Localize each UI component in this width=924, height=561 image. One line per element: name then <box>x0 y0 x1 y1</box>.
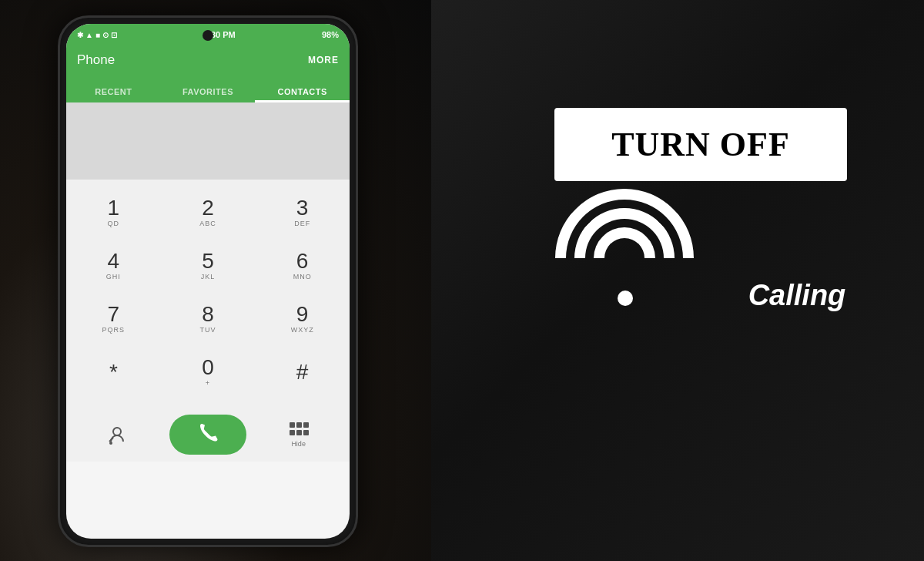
dial-num-7: 7 <box>108 304 120 325</box>
dial-sub-1: QD <box>108 220 120 227</box>
dial-sub-3: DEF <box>294 220 310 227</box>
phone-bottom-bar: Hide <box>66 408 350 462</box>
svg-rect-5 <box>303 422 309 428</box>
wifi-dot <box>618 291 633 306</box>
dial-key-6[interactable]: 6 MNO <box>266 240 339 291</box>
dial-key-4[interactable]: 4 GHI <box>77 240 150 291</box>
dialpad-row-1: 1 QD 2 ABC 3 DEF <box>66 187 350 237</box>
calling-label: Calling <box>748 279 846 312</box>
wifi-calling-container: Calling <box>556 204 846 312</box>
dialpad-row-3: 7 PQRS 8 TUV 9 WXYZ <box>66 294 350 344</box>
phone-notch <box>203 30 213 41</box>
dial-key-hash[interactable]: # <box>266 347 339 397</box>
dial-num-8: 8 <box>202 304 214 325</box>
svg-rect-3 <box>290 422 295 428</box>
more-button[interactable]: MORE <box>308 55 339 66</box>
phone-device: ✱ ▲ ■ ⊙ ⊡ 1:30 PM 98% Phone MORE RECENT … <box>58 15 358 547</box>
dial-sub-7: PQRS <box>102 326 126 334</box>
hide-label: Hide <box>291 440 306 448</box>
dial-key-5[interactable]: 5 JKL <box>171 240 244 291</box>
tab-recent[interactable]: RECENT <box>66 87 161 102</box>
mute-button[interactable] <box>98 415 136 454</box>
dial-sub-4: GHI <box>106 273 121 280</box>
bluetooth-icon: ✱ <box>77 31 83 39</box>
dialpad-row-2: 4 GHI 5 JKL 6 MNO <box>66 240 350 291</box>
call-button[interactable] <box>169 415 246 455</box>
dial-num-hash: # <box>296 361 309 383</box>
battery-level: 98% <box>322 30 339 39</box>
wifi-icon <box>556 204 695 312</box>
signal-icon: ▲ <box>85 31 93 39</box>
svg-rect-4 <box>296 422 302 428</box>
dial-num-4: 4 <box>108 250 120 272</box>
dial-num-star: * <box>109 361 118 383</box>
dial-key-2[interactable]: 2 ABC <box>171 187 244 237</box>
dial-key-star[interactable]: * <box>77 347 150 397</box>
phone-topbar: Phone MORE <box>66 45 350 75</box>
status-icons: ✱ ▲ ■ ⊙ ⊡ <box>77 31 117 39</box>
phone-icon <box>197 422 219 448</box>
dial-key-9[interactable]: 9 WXYZ <box>266 294 339 344</box>
display-area <box>66 102 350 180</box>
wifi-status-icon: ■ <box>95 31 100 39</box>
phone-tabs: RECENT FAVORITES CONTACTS <box>66 75 350 102</box>
dial-key-7[interactable]: 7 PQRS <box>77 294 150 344</box>
dial-num-3: 3 <box>296 197 309 219</box>
dial-key-3[interactable]: 3 DEF <box>266 187 339 237</box>
svg-point-2 <box>109 442 112 445</box>
tab-contacts[interactable]: CONTACTS <box>255 87 350 102</box>
dial-num-0: 0 <box>202 357 214 378</box>
dial-sub-5: JKL <box>201 273 216 280</box>
dial-num-5: 5 <box>202 250 214 272</box>
dial-num-6: 6 <box>296 250 309 272</box>
right-panel: TURN OFF Calling <box>539 108 862 312</box>
dial-num-9: 9 <box>296 304 309 325</box>
dial-key-8[interactable]: 8 TUV <box>171 294 244 344</box>
dial-num-2: 2 <box>202 197 214 219</box>
dial-sub-8: TUV <box>199 326 216 334</box>
svg-point-0 <box>113 428 121 435</box>
dial-key-0[interactable]: 0 + <box>171 347 244 397</box>
hide-button[interactable]: Hide <box>280 415 318 454</box>
turn-off-box: TURN OFF <box>554 108 847 181</box>
battery-icon: ⊙ <box>102 31 109 39</box>
svg-rect-8 <box>303 430 309 435</box>
dialpad-row-4: * 0 + # <box>66 347 350 397</box>
dialpad: 1 QD 2 ABC 3 DEF 4 GHI 5 <box>66 180 350 408</box>
phone-screen: ✱ ▲ ■ ⊙ ⊡ 1:30 PM 98% Phone MORE RECENT … <box>66 24 350 539</box>
dial-sub-0: + <box>206 379 210 387</box>
dial-sub-2: ABC <box>199 220 216 227</box>
alarm-icon: ⊡ <box>111 31 117 39</box>
turn-off-label: TURN OFF <box>611 126 790 163</box>
tab-favorites[interactable]: FAVORITES <box>161 87 256 102</box>
svg-rect-6 <box>290 430 295 435</box>
phone-app-title: Phone <box>77 52 115 68</box>
dial-sub-9: WXYZ <box>291 326 314 334</box>
dial-sub-6: MNO <box>293 273 312 280</box>
dial-key-1[interactable]: 1 QD <box>77 187 150 237</box>
dial-num-1: 1 <box>108 197 120 219</box>
svg-rect-7 <box>296 430 302 435</box>
